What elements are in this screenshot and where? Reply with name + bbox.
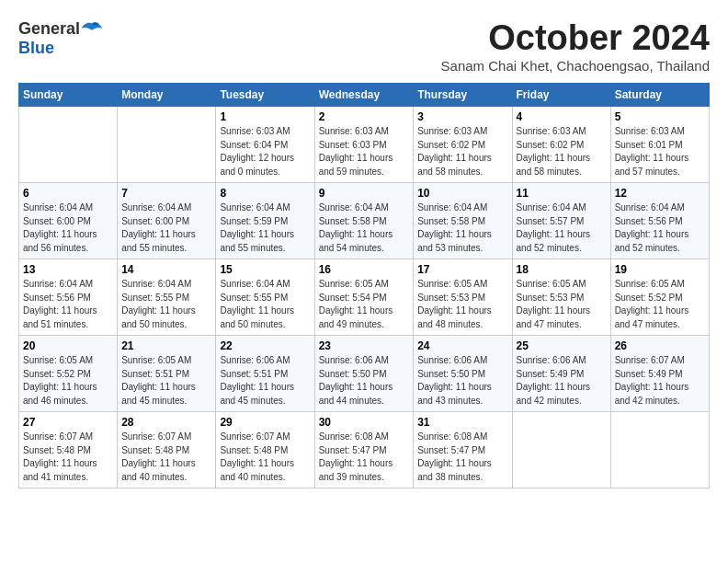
- calendar-cell: 11 Sunrise: 6:04 AM Sunset: 5:57 PM Dayl…: [512, 183, 610, 259]
- sunset-text: Sunset: 5:54 PM: [319, 293, 387, 303]
- daylight-text: Daylight: 11 hours and 39 minutes.: [319, 458, 393, 482]
- sunset-text: Sunset: 6:00 PM: [121, 216, 189, 226]
- day-number: 1: [220, 110, 310, 123]
- day-info: Sunrise: 6:06 AM Sunset: 5:51 PM Dayligh…: [220, 354, 310, 408]
- sunset-text: Sunset: 5:55 PM: [121, 293, 189, 303]
- day-number: 18: [517, 263, 607, 276]
- day-number: 9: [319, 187, 410, 200]
- day-number: 23: [319, 339, 410, 352]
- calendar-cell: 10 Sunrise: 6:04 AM Sunset: 5:58 PM Dayl…: [414, 183, 512, 259]
- day-info: Sunrise: 6:03 AM Sunset: 6:02 PM Dayligh…: [417, 125, 507, 178]
- daylight-text: Daylight: 11 hours and 45 minutes.: [220, 382, 294, 406]
- calendar-cell: 28 Sunrise: 6:07 AM Sunset: 5:48 PM Dayl…: [118, 412, 216, 488]
- day-number: 20: [23, 339, 113, 352]
- sunrise-text: Sunrise: 6:08 AM: [319, 431, 389, 442]
- sunset-text: Sunset: 6:04 PM: [220, 140, 288, 150]
- day-number: 19: [615, 263, 705, 276]
- daylight-text: Daylight: 11 hours and 43 minutes.: [417, 382, 492, 406]
- sunrise-text: Sunrise: 6:03 AM: [319, 126, 389, 136]
- sunrise-text: Sunrise: 6:04 AM: [121, 202, 191, 213]
- sunrise-text: Sunrise: 6:07 AM: [615, 355, 685, 365]
- calendar-week-5: 27 Sunrise: 6:07 AM Sunset: 5:48 PM Dayl…: [19, 412, 710, 488]
- day-info: Sunrise: 6:06 AM Sunset: 5:50 PM Dayligh…: [417, 354, 507, 408]
- sunset-text: Sunset: 6:02 PM: [417, 140, 485, 150]
- calendar-cell: 29 Sunrise: 6:07 AM Sunset: 5:48 PM Dayl…: [216, 412, 314, 488]
- day-number: 21: [121, 339, 211, 352]
- day-info: Sunrise: 6:08 AM Sunset: 5:47 PM Dayligh…: [417, 431, 507, 484]
- sunrise-text: Sunrise: 6:05 AM: [517, 279, 586, 289]
- day-info: Sunrise: 6:05 AM Sunset: 5:53 PM Dayligh…: [517, 278, 607, 331]
- calendar-cell: 9 Sunrise: 6:04 AM Sunset: 5:58 PM Dayli…: [314, 183, 414, 259]
- daylight-text: Daylight: 11 hours and 57 minutes.: [615, 153, 689, 177]
- calendar-cell: 12 Sunrise: 6:04 AM Sunset: 5:56 PM Dayl…: [610, 183, 709, 259]
- daylight-text: Daylight: 11 hours and 47 minutes.: [615, 305, 689, 329]
- day-info: Sunrise: 6:07 AM Sunset: 5:49 PM Dayligh…: [615, 354, 705, 408]
- sunset-text: Sunset: 5:57 PM: [517, 216, 585, 226]
- calendar-cell: 5 Sunrise: 6:03 AM Sunset: 6:01 PM Dayli…: [610, 107, 709, 183]
- daylight-text: Daylight: 11 hours and 55 minutes.: [220, 229, 294, 253]
- daylight-text: Daylight: 12 hours and 0 minutes.: [220, 153, 294, 177]
- calendar-cell: [610, 412, 709, 488]
- sunrise-text: Sunrise: 6:03 AM: [220, 126, 290, 136]
- calendar-cell: 20 Sunrise: 6:05 AM Sunset: 5:52 PM Dayl…: [19, 336, 118, 412]
- logo: General Blue: [18, 18, 102, 58]
- sunrise-text: Sunrise: 6:05 AM: [417, 279, 487, 289]
- day-number: 30: [319, 416, 410, 429]
- calendar-week-1: 1 Sunrise: 6:03 AM Sunset: 6:04 PM Dayli…: [19, 107, 710, 183]
- calendar-cell: 23 Sunrise: 6:06 AM Sunset: 5:50 PM Dayl…: [314, 336, 414, 412]
- sunrise-text: Sunrise: 6:03 AM: [517, 126, 586, 136]
- day-info: Sunrise: 6:03 AM Sunset: 6:03 PM Dayligh…: [319, 125, 410, 178]
- calendar-cell: 16 Sunrise: 6:05 AM Sunset: 5:54 PM Dayl…: [314, 259, 414, 336]
- calendar-header-row: Sunday Monday Tuesday Wednesday Thursday…: [19, 84, 710, 107]
- calendar-cell: 17 Sunrise: 6:05 AM Sunset: 5:53 PM Dayl…: [414, 259, 512, 336]
- day-number: 25: [517, 339, 607, 352]
- sunset-text: Sunset: 5:47 PM: [417, 445, 485, 455]
- sunrise-text: Sunrise: 6:06 AM: [319, 355, 389, 365]
- sunrise-text: Sunrise: 6:05 AM: [121, 355, 191, 365]
- sunset-text: Sunset: 5:52 PM: [23, 369, 91, 379]
- sunrise-text: Sunrise: 6:04 AM: [615, 202, 685, 213]
- sunset-text: Sunset: 5:49 PM: [615, 369, 683, 379]
- day-info: Sunrise: 6:03 AM Sunset: 6:04 PM Dayligh…: [220, 125, 310, 178]
- sunset-text: Sunset: 5:48 PM: [121, 445, 189, 455]
- sunrise-text: Sunrise: 6:06 AM: [220, 355, 290, 365]
- day-info: Sunrise: 6:04 AM Sunset: 5:55 PM Dayligh…: [121, 278, 211, 331]
- calendar-cell: 7 Sunrise: 6:04 AM Sunset: 6:00 PM Dayli…: [118, 183, 216, 259]
- day-info: Sunrise: 6:04 AM Sunset: 5:59 PM Dayligh…: [220, 201, 310, 255]
- calendar-cell: 15 Sunrise: 6:04 AM Sunset: 5:55 PM Dayl…: [216, 259, 314, 336]
- daylight-text: Daylight: 11 hours and 42 minutes.: [615, 382, 689, 406]
- day-number: 24: [417, 339, 507, 352]
- day-info: Sunrise: 6:04 AM Sunset: 6:00 PM Dayligh…: [23, 201, 113, 255]
- day-number: 10: [417, 187, 507, 200]
- day-info: Sunrise: 6:04 AM Sunset: 5:56 PM Dayligh…: [23, 278, 113, 331]
- sunset-text: Sunset: 5:48 PM: [23, 445, 91, 455]
- day-info: Sunrise: 6:04 AM Sunset: 5:58 PM Dayligh…: [319, 201, 410, 255]
- daylight-text: Daylight: 11 hours and 52 minutes.: [615, 229, 689, 253]
- day-number: 27: [23, 416, 113, 429]
- daylight-text: Daylight: 11 hours and 38 minutes.: [417, 458, 492, 482]
- sunset-text: Sunset: 5:56 PM: [23, 293, 91, 303]
- title-section: October 2024 Sanam Chai Khet, Chachoengs…: [441, 18, 710, 74]
- logo-blue: Blue: [18, 39, 54, 58]
- day-info: Sunrise: 6:08 AM Sunset: 5:47 PM Dayligh…: [319, 431, 410, 484]
- day-info: Sunrise: 6:05 AM Sunset: 5:52 PM Dayligh…: [23, 354, 113, 408]
- calendar-cell: 27 Sunrise: 6:07 AM Sunset: 5:48 PM Dayl…: [19, 412, 118, 488]
- sunset-text: Sunset: 6:01 PM: [615, 140, 683, 150]
- day-info: Sunrise: 6:06 AM Sunset: 5:50 PM Dayligh…: [319, 354, 410, 408]
- calendar-cell: 4 Sunrise: 6:03 AM Sunset: 6:02 PM Dayli…: [512, 107, 610, 183]
- sunrise-text: Sunrise: 6:05 AM: [615, 279, 685, 289]
- sunrise-text: Sunrise: 6:04 AM: [220, 279, 290, 289]
- page-header: General Blue October 2024 Sanam Chai Khe…: [18, 18, 710, 74]
- sunrise-text: Sunrise: 6:07 AM: [220, 431, 290, 442]
- calendar-cell: 14 Sunrise: 6:04 AM Sunset: 5:55 PM Dayl…: [118, 259, 216, 336]
- calendar-cell: [118, 107, 216, 183]
- day-number: 3: [417, 110, 507, 123]
- daylight-text: Daylight: 11 hours and 53 minutes.: [417, 229, 492, 253]
- day-info: Sunrise: 6:03 AM Sunset: 6:02 PM Dayligh…: [517, 125, 607, 178]
- day-number: 5: [615, 110, 705, 123]
- sunset-text: Sunset: 6:03 PM: [319, 140, 387, 150]
- header-thursday: Thursday: [414, 84, 512, 107]
- daylight-text: Daylight: 11 hours and 55 minutes.: [121, 229, 196, 253]
- calendar-week-3: 13 Sunrise: 6:04 AM Sunset: 5:56 PM Dayl…: [19, 259, 710, 336]
- calendar-table: Sunday Monday Tuesday Wednesday Thursday…: [18, 83, 710, 488]
